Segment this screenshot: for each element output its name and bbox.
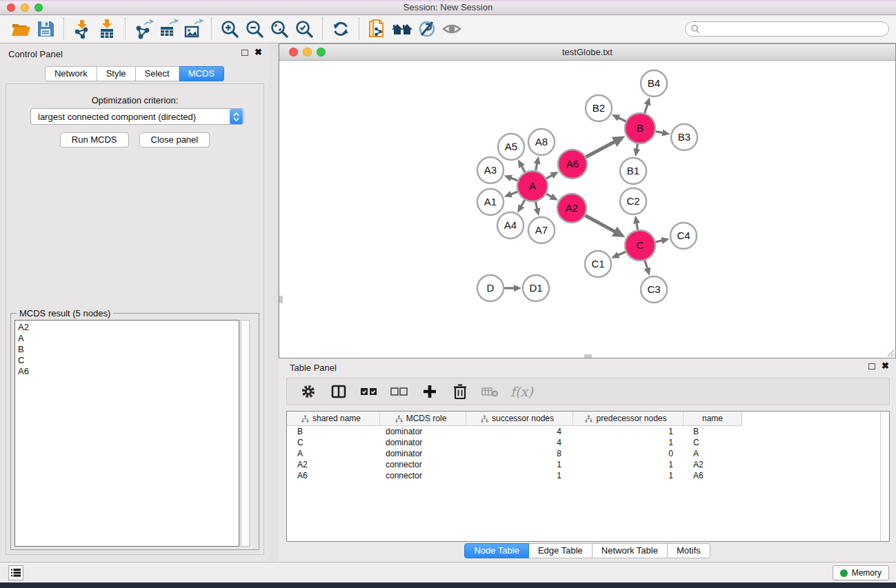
edge-C-C3[interactable] [645, 261, 648, 269]
edge-A-A8[interactable] [536, 163, 537, 171]
search-input[interactable] [700, 23, 888, 35]
table-row[interactable]: Cdominator41C [287, 437, 889, 448]
canvas-vscroll-thumb[interactable] [279, 296, 283, 303]
search-box[interactable] [685, 21, 889, 37]
edge-C-C1[interactable] [618, 252, 626, 255]
save-session-button[interactable] [33, 17, 58, 41]
column-header-predecessor-nodes[interactable]: predecessor nodes [573, 412, 684, 426]
refresh-button[interactable] [328, 17, 353, 41]
panel-list-button[interactable] [8, 565, 23, 580]
edge-B-B2[interactable] [618, 118, 626, 121]
edge-A-A7[interactable] [536, 202, 537, 210]
column-header-successor-nodes[interactable]: successor nodes [466, 412, 573, 426]
graph-node-D[interactable]: D [477, 275, 504, 301]
tab-style[interactable]: Style [97, 66, 136, 81]
network-canvas[interactable]: AA1A2A3A4A5A6A7A8BB1B2B3B4CC1C2C3C4DD1 [279, 61, 895, 358]
edge-A-A5[interactable] [521, 166, 525, 172]
open-file-button[interactable] [8, 17, 33, 41]
graph-node-C[interactable]: C [625, 230, 655, 261]
graph-node-A2[interactable]: A2 [557, 194, 586, 223]
tab-network-table[interactable]: Network Table [593, 543, 668, 558]
column-header-mcds-role[interactable]: MCDS role [380, 412, 466, 426]
optimization-criterion-dropdown[interactable]: largest connected component (directed) [30, 108, 244, 125]
table-row[interactable]: A6connector11A6 [287, 470, 889, 481]
table-row[interactable]: Adominator80A [287, 448, 889, 459]
graph-node-C1[interactable]: C1 [585, 251, 611, 277]
graph-node-B3[interactable]: B3 [671, 124, 697, 150]
save-icon [36, 19, 55, 39]
edge-A6-B[interactable] [586, 141, 615, 156]
edge-B-B4[interactable] [645, 104, 648, 113]
table-scrollbar[interactable] [880, 412, 889, 541]
export-network-button[interactable] [131, 17, 156, 41]
zoom-fit-button[interactable] [267, 17, 292, 41]
graph-node-B4[interactable]: B4 [641, 70, 667, 97]
network-from-file-button[interactable] [365, 17, 390, 41]
delete-column-button[interactable] [450, 381, 470, 402]
home-pages-button[interactable] [390, 17, 415, 41]
node-label: C4 [677, 230, 690, 241]
show-column-panel-button[interactable] [328, 381, 349, 402]
graph-node-D1[interactable]: D1 [523, 275, 549, 301]
select-all-columns-button[interactable] [359, 381, 379, 402]
edge-A-A4[interactable] [521, 200, 524, 206]
network-window-title: testGlobe.txt [279, 47, 895, 57]
graph-node-A6[interactable]: A6 [558, 150, 587, 179]
result-list-scrollbar[interactable] [241, 320, 250, 547]
zoom-out-button[interactable] [242, 17, 267, 41]
edge-A2-C[interactable] [585, 216, 615, 232]
import-network-button[interactable] [70, 17, 94, 41]
table-row[interactable]: A2connector11A2 [287, 459, 889, 470]
memory-button[interactable]: Memory [833, 565, 889, 580]
graph-node-B[interactable]: B [625, 113, 655, 143]
create-column-button[interactable] [419, 381, 440, 402]
edge-B-B3[interactable] [656, 132, 664, 133]
resize-grip[interactable] [886, 349, 895, 357]
zoom-in-button[interactable] [217, 17, 242, 41]
edge-A-A1[interactable] [510, 192, 517, 194]
close-panel-icon[interactable]: ✖ [255, 49, 262, 56]
graph-node-B1[interactable]: B1 [620, 158, 646, 184]
tab-motifs[interactable]: Motifs [668, 543, 710, 558]
graph-node-C3[interactable]: C3 [641, 276, 667, 303]
tab-network[interactable]: Network [45, 66, 97, 81]
close-table-panel-icon[interactable]: ✖ [882, 363, 889, 369]
edge-A-A6[interactable] [546, 175, 552, 179]
import-table-button[interactable] [94, 17, 119, 41]
edge-C-C2[interactable] [637, 223, 638, 230]
graph-node-A8[interactable]: A8 [528, 129, 555, 155]
canvas-hscroll-thumb[interactable] [584, 354, 592, 358]
run-mcds-button[interactable]: Run MCDS [60, 132, 129, 148]
graph-node-A7[interactable]: A7 [528, 217, 555, 243]
hide-details-button[interactable] [415, 17, 439, 41]
column-header-name[interactable]: name [684, 412, 742, 426]
unselect-all-columns-button[interactable] [389, 381, 410, 402]
graph-node-A[interactable]: A [517, 171, 548, 201]
graph-node-C2[interactable]: C2 [620, 188, 646, 214]
float-table-panel-icon[interactable] [868, 363, 875, 369]
export-image-button[interactable] [181, 17, 206, 41]
float-panel-icon[interactable] [241, 50, 248, 56]
table-options-button[interactable] [298, 381, 319, 402]
graph-node-B2[interactable]: B2 [586, 95, 612, 121]
edge-A-A3[interactable] [510, 178, 517, 181]
edge-C-C4[interactable] [655, 241, 662, 242]
export-table-button[interactable] [156, 17, 181, 41]
zoom-selected-button[interactable] [292, 17, 317, 41]
show-graphics-button[interactable] [439, 17, 464, 41]
table-row[interactable]: Bdominator41B [287, 426, 889, 437]
graph-node-A4[interactable]: A4 [497, 212, 524, 239]
tab-node-table[interactable]: Node Table [464, 543, 529, 558]
graph-node-A5[interactable]: A5 [498, 134, 524, 160]
edge-B-B1[interactable] [637, 144, 637, 150]
column-header-shared-name[interactable]: shared name [287, 412, 380, 426]
graph-node-A3[interactable]: A3 [477, 157, 504, 183]
graph-node-A1[interactable]: A1 [477, 189, 504, 215]
tab-select[interactable]: Select [136, 66, 179, 81]
tab-edge-table[interactable]: Edge Table [529, 543, 593, 558]
tab-mcds[interactable]: MCDS [179, 66, 224, 81]
graph-node-C4[interactable]: C4 [670, 223, 697, 249]
network-window-titlebar[interactable]: testGlobe.txt [279, 44, 895, 61]
edge-A-A2[interactable] [546, 194, 552, 196]
close-panel-button[interactable]: Close panel [139, 132, 210, 148]
